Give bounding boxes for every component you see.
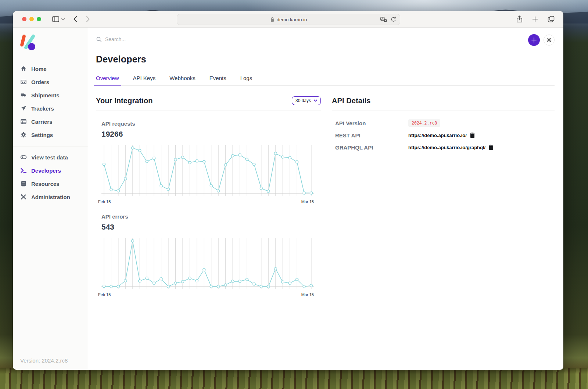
sidebar-item-carriers[interactable]: Carriers [13, 115, 88, 128]
search-icon [96, 36, 102, 42]
traffic-lights [22, 17, 41, 21]
api-details-title: API Details [332, 97, 371, 105]
sidebar-item-label: Settings [31, 132, 53, 138]
minimize-button[interactable] [29, 17, 34, 21]
integration-section: Your Integration 30 days API requests192… [96, 95, 321, 297]
forward-button-icon[interactable] [86, 16, 90, 22]
period-value: 30 days [295, 98, 311, 103]
integration-title: Your Integration [96, 97, 153, 105]
tab-overview[interactable]: Overview [96, 75, 119, 85]
sidebar-toggle-icon[interactable] [52, 16, 59, 22]
chart-total-value: 19266 [101, 130, 321, 138]
main-content: Search... Developers OverviewAPI KeysWeb… [88, 28, 563, 370]
api-url-text: https://demo.api.karrio.io/graphql/ [408, 145, 485, 150]
tab-logs[interactable]: Logs [240, 75, 252, 85]
tools-icon [20, 194, 27, 200]
search-placeholder: Search... [105, 36, 126, 42]
api-detail-row-graphql-api: GRAPHQL APIhttps://demo.api.karrio.io/gr… [335, 143, 555, 151]
detail-label: REST API [335, 132, 408, 138]
chart-total-value: 543 [101, 223, 321, 231]
url-text: demo.karrio.io [277, 17, 307, 22]
global-search[interactable]: Search... [96, 36, 555, 42]
sidebar-item-trackers[interactable]: Trackers [13, 102, 88, 115]
sidebar-item-resources[interactable]: Resources [13, 177, 88, 190]
tab-events[interactable]: Events [209, 75, 226, 85]
sidebar-item-settings[interactable]: Settings [13, 128, 88, 141]
api-detail-row-api-version: API Version2024.2.rc8 [335, 119, 555, 127]
detail-value: 2024.2.rc8 [408, 119, 440, 127]
api-detail-row-rest-api: REST APIhttps://demo.api.karrio.io/ [335, 131, 555, 139]
sidebar-item-label: Shipments [31, 92, 60, 98]
charts-container: API requests19266Feb 15Mar 15API errors5… [96, 120, 321, 297]
orders-icon [20, 79, 27, 85]
x-axis-end-label: Mar 15 [301, 199, 314, 204]
chart-title: API errors [101, 213, 321, 220]
logo-purple-dot [28, 43, 35, 50]
terminal-icon [20, 167, 27, 174]
sidebar-item-orders[interactable]: Orders [13, 75, 88, 89]
app-version: Version: 2024.2.rc8 [20, 357, 68, 364]
sidebar-item-administration[interactable]: Administration [13, 190, 88, 203]
lock-icon [270, 17, 275, 22]
line-chart-canvas [101, 237, 314, 292]
detail-label: API Version [335, 120, 408, 126]
api-details-rows: API Version2024.2.rc8REST APIhttps://dem… [335, 119, 555, 151]
sidebar-item-label: Administration [31, 194, 70, 200]
api-url-text: https://demo.api.karrio.io/ [408, 133, 467, 138]
api-details-section: API Details API Version2024.2.rc8REST AP… [332, 95, 555, 297]
sidebar-item-home[interactable]: Home [13, 62, 88, 75]
reload-icon[interactable] [391, 17, 396, 22]
sidebar-secondary-nav: View test dataDevelopersResourcesAdminis… [13, 151, 88, 203]
page-title: Developers [96, 54, 555, 65]
period-select[interactable]: 30 days [292, 96, 321, 105]
sidebar-item-label: Developers [31, 168, 61, 174]
sidebar-item-label: Home [31, 66, 47, 72]
sidebar-item-label: Carriers [31, 119, 53, 125]
create-button[interactable] [528, 34, 540, 46]
detail-value: https://demo.api.karrio.io/ [408, 132, 475, 138]
clipboard-icon[interactable] [470, 132, 475, 138]
clipboard-icon[interactable] [489, 144, 494, 150]
sidebar-item-developers[interactable]: Developers [13, 164, 88, 177]
truck-icon [20, 92, 27, 98]
tab-webhooks[interactable]: Webhooks [169, 75, 196, 85]
chart-api-errors: API errors543Feb 15Mar 15 [101, 213, 321, 297]
settings-gear-button[interactable] [544, 35, 555, 46]
version-badge: 2024.2.rc8 [408, 119, 440, 127]
back-button-icon[interactable] [73, 16, 77, 22]
api-details-divider [332, 111, 555, 111]
translate-icon[interactable] [380, 17, 387, 22]
detail-label: GRAPHQL API [335, 144, 408, 151]
chevron-down-icon[interactable] [61, 18, 65, 21]
sidebar-divider [13, 147, 88, 147]
gear-icon [20, 132, 27, 138]
home-icon [20, 65, 27, 72]
x-axis-start-label: Feb 15 [98, 292, 111, 297]
zoom-button[interactable] [37, 17, 41, 21]
x-axis-start-label: Feb 15 [98, 199, 111, 204]
karrio-logo[interactable] [20, 34, 36, 51]
vineyard-rows [0, 368, 588, 389]
sidebar-item-label: Trackers [31, 105, 54, 112]
tab-api-keys[interactable]: API Keys [133, 75, 156, 85]
sidebar-item-label: View test data [31, 154, 68, 161]
line-chart-canvas [101, 144, 314, 199]
new-tab-icon[interactable] [532, 16, 538, 22]
send-icon [20, 105, 27, 112]
sidebar-item-shipments[interactable]: Shipments [13, 89, 88, 102]
chart-title: API requests [101, 120, 321, 127]
sidebar-primary-nav: HomeOrdersShipmentsTrackersCarriersSetti… [13, 62, 88, 141]
browser-titlebar: demo.karrio.io [13, 11, 563, 28]
share-icon[interactable] [516, 15, 523, 23]
browser-window: demo.karrio.io [13, 11, 563, 370]
close-button[interactable] [22, 17, 26, 21]
x-axis-end-label: Mar 15 [301, 292, 314, 297]
toggle-icon [20, 154, 27, 161]
sidebar-item-label: Orders [31, 79, 49, 85]
sidebar-item-view-test-data[interactable]: View test data [13, 151, 88, 164]
address-bar[interactable]: demo.karrio.io [177, 14, 400, 25]
detail-value: https://demo.api.karrio.io/graphql/ [408, 144, 494, 150]
chart-api-requests: API requests19266Feb 15Mar 15 [101, 120, 321, 204]
sidebar-item-label: Resources [31, 181, 60, 187]
tab-overview-icon[interactable] [548, 16, 555, 22]
